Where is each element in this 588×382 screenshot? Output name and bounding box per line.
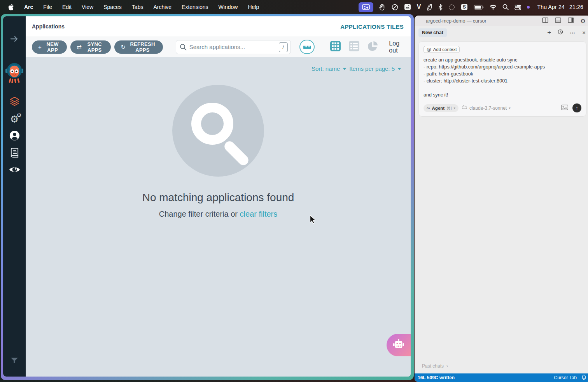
photos-app-icon[interactable] (404, 3, 411, 11)
menu-window[interactable]: Window (219, 4, 238, 10)
sidebar-item-applications[interactable] (9, 93, 20, 110)
chat-assistant-button[interactable] (387, 334, 411, 356)
new-chat-tab[interactable]: New chat (418, 28, 447, 37)
cursor-panel-body: Past chats › (415, 117, 588, 373)
breadcrumb[interactable]: Applications (32, 23, 65, 30)
close-chat-icon[interactable]: × (582, 29, 586, 36)
argocd-logo[interactable] (3, 61, 26, 83)
settings-gear-icon[interactable]: ⚙ (581, 18, 586, 25)
sidebar-item-settings[interactable]: ⚙⚙ (9, 110, 20, 128)
chat-history-icon[interactable] (558, 29, 563, 36)
attach-image-icon[interactable] (561, 105, 568, 112)
user-icon (9, 130, 20, 142)
bluetooth-icon[interactable] (438, 3, 443, 11)
chat-input-card[interactable]: @ Add context create an app guestbook, d… (418, 41, 586, 117)
applications-empty-state: Sort: name Items per page: 5 No matching… (26, 57, 411, 377)
menu-extensions[interactable]: Extensions (182, 4, 208, 10)
split-editor-icon[interactable] (542, 18, 548, 25)
refresh-icon: ↻ (121, 44, 126, 51)
summary-pie-icon[interactable] (368, 41, 378, 53)
battery-icon[interactable] (474, 3, 484, 11)
empty-hint-text: Change filter criteria or (159, 210, 240, 218)
gears-icon: ⚙⚙ (10, 114, 19, 124)
cursor-window: argocd-mcp-demo — cursor ⚙ New chat + ⋯ … (415, 16, 588, 382)
chat-message-text[interactable]: create an app guestbook, disable auto sy… (424, 56, 581, 98)
menu-help[interactable]: Help (248, 4, 259, 10)
infinity-icon: ∞ (427, 105, 430, 111)
search-input[interactable] (176, 40, 291, 54)
time-label: 21:26 (569, 4, 583, 10)
add-context-label: Add context (433, 47, 457, 52)
wifi-icon[interactable] (490, 3, 497, 11)
new-chat-plus-icon[interactable]: + (547, 29, 551, 37)
toggle-panel-icon[interactable] (555, 18, 561, 25)
macos-menu-bar: Arc File Edit View Spaces Tabs Archive E… (0, 0, 588, 14)
cursor-title-bar[interactable]: argocd-mcp-demo — cursor ⚙ (415, 16, 588, 26)
sidebar-item-filter[interactable] (3, 352, 26, 370)
screen-recording-icon[interactable] (359, 2, 373, 12)
add-context-chip[interactable]: @ Add context (424, 46, 460, 53)
toggle-sidebar-icon[interactable] (568, 18, 574, 25)
refresh-apps-button[interactable]: ↻ REFRESH APPS (114, 40, 163, 54)
logout-button[interactable]: Log out (389, 40, 404, 54)
cursor-tab-label[interactable]: Cursor Tab (554, 375, 577, 380)
sidebar-item-documentation[interactable] (9, 145, 20, 162)
empty-search-illustration (172, 85, 264, 177)
menu-edit[interactable]: Edit (62, 4, 72, 10)
menu-view[interactable]: View (82, 4, 93, 10)
bell-icon[interactable] (581, 375, 586, 381)
empty-state-title: No matching applications found (26, 191, 411, 204)
magnifier-handle (222, 139, 250, 167)
tiles-view-icon[interactable] (330, 41, 341, 53)
list-view-icon[interactable] (349, 41, 359, 53)
compact-view-toggle[interactable] (299, 40, 315, 54)
robot-icon (393, 339, 404, 351)
s-app-icon[interactable]: S (461, 3, 468, 11)
sidebar-item-observe[interactable] (9, 162, 20, 179)
magnifier-ring (191, 103, 233, 145)
menu-spaces[interactable]: Spaces (103, 4, 122, 10)
argocd-octopus-icon (5, 62, 23, 83)
control-center-icon[interactable] (514, 3, 521, 11)
apple-logo-icon[interactable] (9, 3, 14, 11)
cursor-status-bar: 16L 509C written Cursor Tab (415, 373, 588, 382)
menu-arc[interactable]: Arc (24, 4, 33, 10)
agent-shortcut: ⌘I (446, 106, 452, 110)
sort-dropdown[interactable]: Sort: name (312, 65, 340, 72)
sidebar-item-user-info[interactable] (9, 128, 20, 145)
v-app-icon[interactable]: V (417, 3, 421, 11)
menu-bar-clock[interactable]: Thu Apr 24 21:26 (536, 4, 583, 10)
menu-tabs[interactable]: Tabs (132, 4, 144, 10)
docs-book-icon (10, 147, 19, 159)
clear-filters-link[interactable]: clear filters (240, 210, 278, 218)
items-per-page-dropdown[interactable]: Items per page: 5 (349, 65, 395, 72)
past-chats-link[interactable]: Past chats › (422, 363, 448, 369)
hand-gesture-icon[interactable] (379, 3, 386, 11)
layers-icon (9, 96, 20, 108)
chevron-down-icon (397, 68, 401, 70)
chevron-right-icon: › (446, 363, 448, 369)
ruler-icon (303, 44, 312, 51)
menu-file[interactable]: File (43, 4, 52, 10)
do-not-disturb-icon[interactable] (392, 3, 398, 11)
agent-mode-selector[interactable]: ∞ Agent ⌘I ▾ (424, 104, 458, 112)
chevron-down-icon: ▾ (509, 106, 511, 110)
filter-funnel-icon (10, 357, 19, 365)
spotlight-search-icon[interactable] (502, 3, 509, 11)
new-app-button[interactable]: + NEW APP (32, 40, 67, 54)
sync-apps-label: SYNC APPS (84, 41, 105, 53)
eye-icon (9, 166, 20, 175)
model-selector[interactable]: claude-3.7-sonnet ▾ (462, 105, 511, 111)
purple-status-dot (527, 6, 530, 9)
svg-text:S: S (463, 4, 466, 10)
cursor-window-title: argocd-mcp-demo — cursor (426, 18, 486, 24)
agent-label: Agent (432, 106, 445, 110)
sync-apps-button[interactable]: ⇄ SYNC APPS (70, 40, 111, 54)
more-options-icon[interactable]: ⋯ (570, 30, 576, 36)
menu-archive[interactable]: Archive (153, 4, 172, 10)
notion-leaf-icon[interactable] (427, 3, 432, 11)
chevron-down-icon: ▾ (454, 106, 456, 110)
loading-dots-icon[interactable] (448, 3, 455, 11)
sidebar-expand-button[interactable] (3, 31, 26, 48)
send-button[interactable]: ↑ (572, 103, 581, 112)
